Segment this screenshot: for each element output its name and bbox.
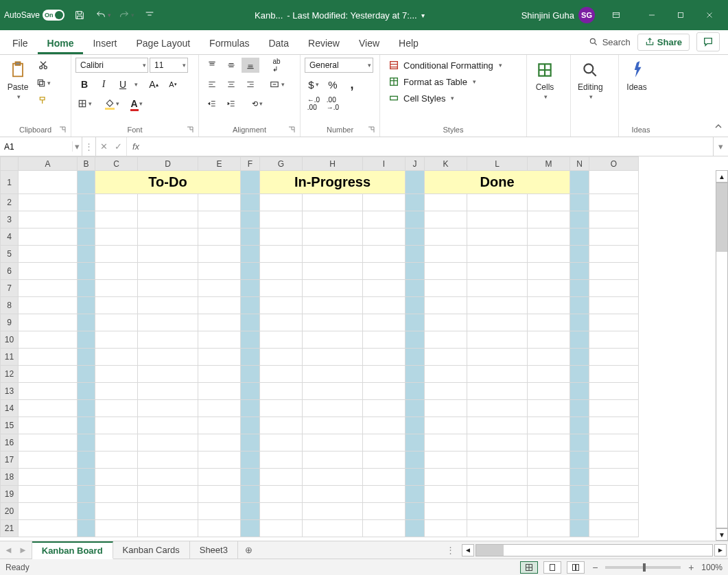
cell-G12[interactable] xyxy=(260,366,303,383)
cell-L6[interactable] xyxy=(467,263,528,280)
paste-button[interactable]: Paste ▾ xyxy=(4,58,32,102)
hscroll-thumb[interactable] xyxy=(476,545,504,556)
cell-L7[interactable] xyxy=(467,280,528,297)
cell-I17[interactable] xyxy=(363,451,406,469)
cell-O14[interactable] xyxy=(589,400,639,417)
cell-B2[interactable] xyxy=(78,194,95,211)
cell-G10[interactable] xyxy=(260,331,303,349)
cell-J1[interactable] xyxy=(406,171,425,194)
cell-J9[interactable] xyxy=(406,314,425,331)
cell-B9[interactable] xyxy=(78,314,95,331)
cell-C19[interactable] xyxy=(95,486,138,503)
cell-D18[interactable] xyxy=(138,469,198,486)
user-account[interactable]: Shinjini Guha SG xyxy=(521,7,595,23)
cell-D19[interactable] xyxy=(138,486,198,503)
redo-icon[interactable]: ▾ xyxy=(118,7,134,23)
cell-H17[interactable] xyxy=(303,451,363,469)
col-header-I[interactable]: I xyxy=(363,157,406,171)
currency-button[interactable]: $▾ xyxy=(305,77,322,92)
cut-button[interactable] xyxy=(34,58,52,73)
cell-E10[interactable] xyxy=(198,331,241,349)
fill-color-button[interactable]: ▾ xyxy=(103,96,121,111)
cell-H8[interactable] xyxy=(303,297,363,314)
cell-G15[interactable] xyxy=(260,417,303,434)
cell-K5[interactable] xyxy=(425,246,467,263)
cell-B16[interactable] xyxy=(78,434,95,451)
zoom-level[interactable]: 100% xyxy=(701,563,723,572)
cell-J4[interactable] xyxy=(406,228,425,246)
cell-H7[interactable] xyxy=(303,280,363,297)
row-header-11[interactable]: 11 xyxy=(1,349,19,366)
cell-K11[interactable] xyxy=(425,349,467,366)
row-header-14[interactable]: 14 xyxy=(1,400,19,417)
collapse-ribbon-button[interactable] xyxy=(713,121,724,134)
cell-M5[interactable] xyxy=(528,246,570,263)
cell-I18[interactable] xyxy=(363,469,406,486)
cell-O16[interactable] xyxy=(589,434,639,451)
cell-K17[interactable] xyxy=(425,451,467,469)
cell-O18[interactable] xyxy=(589,469,639,486)
cell-J11[interactable] xyxy=(406,349,425,366)
col-header-O[interactable]: O xyxy=(589,157,639,171)
col-header-H[interactable]: H xyxy=(303,157,363,171)
cell-G11[interactable] xyxy=(260,349,303,366)
cell-C15[interactable] xyxy=(95,417,138,434)
cell-E17[interactable] xyxy=(198,451,241,469)
fx-label[interactable]: fx xyxy=(127,137,145,156)
comments-button[interactable] xyxy=(696,32,720,51)
cell-M10[interactable] xyxy=(528,331,570,349)
cell-J5[interactable] xyxy=(406,246,425,263)
cell-A1[interactable] xyxy=(19,171,78,194)
cell-B13[interactable] xyxy=(78,383,95,400)
cell-L4[interactable] xyxy=(467,228,528,246)
conditional-formatting-button[interactable]: Conditional Formatting▾ xyxy=(384,58,506,73)
cell-O1[interactable] xyxy=(589,171,639,194)
cell-G18[interactable] xyxy=(260,469,303,486)
cell-A11[interactable] xyxy=(19,349,78,366)
ribbon-display-icon[interactable] xyxy=(602,0,631,30)
cell-G14[interactable] xyxy=(260,400,303,417)
increase-decimal-button[interactable]: ←.0.00 xyxy=(305,96,322,111)
align-bottom-button[interactable] xyxy=(242,58,259,73)
row-header-19[interactable]: 19 xyxy=(1,486,19,503)
cell-N2[interactable] xyxy=(570,194,589,211)
row-header-3[interactable]: 3 xyxy=(1,211,19,228)
cell-I6[interactable] xyxy=(363,263,406,280)
cell-L21[interactable] xyxy=(467,520,528,537)
cell-N15[interactable] xyxy=(570,417,589,434)
cell-I19[interactable] xyxy=(363,486,406,503)
cell-K15[interactable] xyxy=(425,417,467,434)
cell-B11[interactable] xyxy=(78,349,95,366)
cell-L10[interactable] xyxy=(467,331,528,349)
cell-A18[interactable] xyxy=(19,469,78,486)
qat-customize-icon[interactable] xyxy=(141,7,158,23)
maximize-button[interactable] xyxy=(666,0,695,30)
decrease-decimal-button[interactable]: .00→.0 xyxy=(324,96,342,111)
cell-A9[interactable] xyxy=(19,314,78,331)
cell-E2[interactable] xyxy=(198,194,241,211)
cell-H6[interactable] xyxy=(303,263,363,280)
cell-F1[interactable] xyxy=(241,171,260,194)
cell-N13[interactable] xyxy=(570,383,589,400)
cell-I14[interactable] xyxy=(363,400,406,417)
borders-button[interactable]: ▾ xyxy=(75,96,93,111)
scroll-left-button[interactable]: ◄ xyxy=(462,544,474,556)
cell-N21[interactable] xyxy=(570,520,589,537)
italic-button[interactable]: I xyxy=(95,77,113,92)
cell-N19[interactable] xyxy=(570,486,589,503)
cell-E14[interactable] xyxy=(198,400,241,417)
row-header-7[interactable]: 7 xyxy=(1,280,19,297)
cell-F9[interactable] xyxy=(241,314,260,331)
number-format-combo[interactable]: General▾ xyxy=(305,58,373,73)
cell-O9[interactable] xyxy=(589,314,639,331)
row-header-13[interactable]: 13 xyxy=(1,383,19,400)
tab-review[interactable]: Review xyxy=(298,34,349,54)
zoom-slider[interactable] xyxy=(605,566,681,569)
cell-I13[interactable] xyxy=(363,383,406,400)
cell-E11[interactable] xyxy=(198,349,241,366)
cell-M6[interactable] xyxy=(528,263,570,280)
cell-F20[interactable] xyxy=(241,503,260,520)
undo-icon[interactable]: ▾ xyxy=(95,7,111,23)
row-header-17[interactable]: 17 xyxy=(1,451,19,469)
cell-I12[interactable] xyxy=(363,366,406,383)
